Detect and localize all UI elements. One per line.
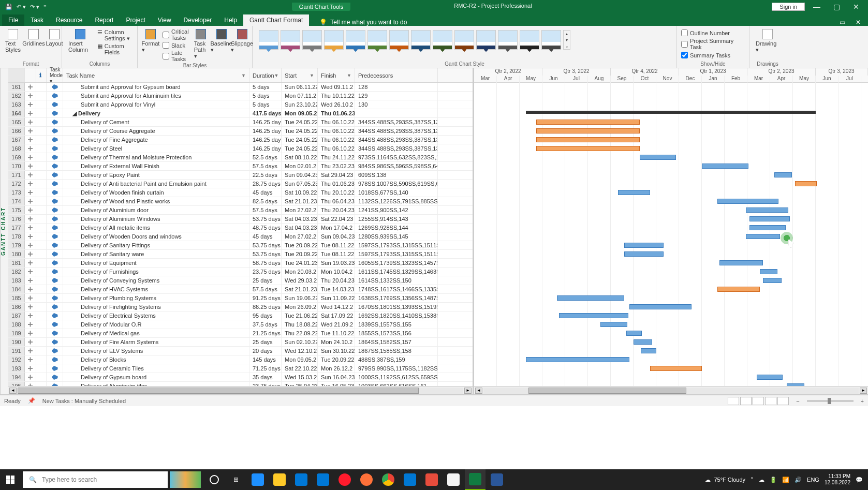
gantt-chart[interactable]: Qtr 2, 2022Qtr 3, 2022Qtr 4, 2022Qtr 1, … <box>474 68 868 394</box>
insert-column-button[interactable]: Insert Column <box>66 28 94 54</box>
qat-more-icon[interactable]: ⁼ <box>43 4 47 10</box>
gantt-bar[interactable] <box>536 146 640 151</box>
col-rownum[interactable] <box>8 68 25 82</box>
col-start[interactable]: Start▼ <box>282 68 318 82</box>
undo-icon[interactable]: ↶ ▾ <box>17 4 26 10</box>
minimize-icon[interactable]: — <box>809 3 825 11</box>
gantt-bar[interactable] <box>526 111 816 114</box>
table-row[interactable]: 173Delivery of Wooden finish curtain45 d… <box>8 188 473 197</box>
gantt-bar[interactable] <box>719 260 763 265</box>
gantt-hscroll[interactable]: ◄► <box>474 386 868 394</box>
project-icon[interactable] <box>465 469 486 490</box>
table-row[interactable]: 189Delivery of Medical gas21.25 daysThu … <box>8 329 473 338</box>
gantt-bar[interactable] <box>559 313 628 318</box>
style-swatch[interactable] <box>411 30 431 50</box>
style-swatch[interactable] <box>302 30 322 50</box>
outlook-icon[interactable] <box>400 469 420 490</box>
outline-number-check[interactable]: Outline Number <box>681 29 745 37</box>
table-row[interactable]: 165Delivery of Cement146.25 daysTue 24.0… <box>8 118 473 127</box>
gantt-bar[interactable] <box>624 243 664 248</box>
explorer-icon[interactable] <box>269 469 290 490</box>
table-row[interactable]: 179Delivery of Sanitary Fittings53.75 da… <box>8 241 473 250</box>
gantt-bar[interactable] <box>557 295 624 301</box>
col-task-mode[interactable]: Task Mode ▾ <box>47 68 63 82</box>
gantt-bar[interactable] <box>536 137 640 142</box>
onedrive-icon[interactable]: ☁ <box>759 477 764 483</box>
menu-tab-developer[interactable]: Developer <box>178 14 218 26</box>
window-close-icon[interactable]: ✕ <box>856 19 861 26</box>
gantt-bar[interactable] <box>702 164 748 169</box>
slack-check[interactable]: Slack <box>163 41 189 49</box>
table-row[interactable]: 180Delivery of Sanitary ware53.75 daysTu… <box>8 250 473 259</box>
style-swatch[interactable] <box>324 30 344 50</box>
news-widget[interactable] <box>170 471 201 488</box>
style-swatch[interactable] <box>454 30 474 50</box>
table-row[interactable]: 194Delivery of Gypsum board35 daysWed 15… <box>8 373 473 382</box>
wifi-icon[interactable]: 📶 <box>782 477 789 483</box>
redo-icon[interactable]: ↷ ▾ <box>30 4 39 10</box>
gantt-bar[interactable] <box>641 348 656 353</box>
volume-icon[interactable]: 🔊 <box>795 477 802 483</box>
gantt-bar[interactable] <box>717 287 760 292</box>
close-icon[interactable]: ✕ <box>848 3 864 11</box>
mail-icon[interactable] <box>313 469 333 490</box>
table-row[interactable]: 186Delivery of Firefighting Systems86.25… <box>8 303 473 311</box>
text-styles-button[interactable]: Text Styles <box>4 28 22 54</box>
style-swatch[interactable] <box>389 30 409 50</box>
table-row[interactable]: 185Delivery of Plumbing Systems91.25 day… <box>8 294 473 303</box>
gantt-bar[interactable] <box>618 190 650 195</box>
view-side-label[interactable]: GANTT CHART <box>0 68 8 394</box>
gantt-bar[interactable] <box>749 225 786 230</box>
table-row[interactable]: 183Delivery of Conveying Systems25 daysW… <box>8 276 473 285</box>
col-finish[interactable]: Finish▼ <box>318 68 355 82</box>
layout-button[interactable]: Layout <box>46 28 63 48</box>
table-row[interactable]: 175Delivery of Aluminium door57.5 daysMo… <box>8 206 473 215</box>
style-swatch[interactable] <box>367 30 387 50</box>
gantt-bar[interactable] <box>536 128 640 133</box>
col-task-name[interactable]: Task Name▼ <box>63 68 249 82</box>
gantt-bar[interactable] <box>629 304 692 309</box>
menu-tab-task[interactable]: Task <box>24 14 50 26</box>
style-swatch[interactable] <box>541 30 561 50</box>
table-row[interactable]: 188Delivery of Modular O.R37.5 daysThu 1… <box>8 320 473 329</box>
opera-icon[interactable] <box>334 469 355 490</box>
menu-tab-view[interactable]: View <box>152 14 178 26</box>
word-icon[interactable] <box>487 469 507 490</box>
app-red-icon[interactable] <box>421 469 442 490</box>
style-swatch[interactable] <box>498 30 518 50</box>
restore-icon[interactable]: ▢ <box>829 3 844 11</box>
table-hscroll[interactable]: ◄► <box>8 386 473 394</box>
drawing-button[interactable]: Drawing ▾ <box>754 28 782 54</box>
project-summary-check[interactable]: Project Summary Task <box>681 37 745 51</box>
col-predecessors[interactable]: Predecessors <box>355 68 438 82</box>
table-row[interactable]: 192Delivery of Blocks145 daysMon 09.05.2… <box>8 355 473 364</box>
chrome-icon[interactable] <box>378 469 399 490</box>
gantt-style-gallery[interactable]: ▴▾⌄ <box>257 28 672 52</box>
table-row[interactable]: 166Delivery of Course Aggregate146.25 da… <box>8 127 473 136</box>
col-duration[interactable]: Duration▼ <box>249 68 282 82</box>
view-shortcuts[interactable] <box>728 397 789 405</box>
weather-widget[interactable]: ☁75°F Cloudy <box>705 477 745 483</box>
table-row[interactable]: 161Submit and Approval for Gypsum board5… <box>8 83 473 92</box>
task-path-button[interactable]: Task Path ▾ <box>192 28 210 61</box>
table-row[interactable]: 177Delivery of All metalic items48.75 da… <box>8 224 473 232</box>
gantt-bar[interactable] <box>760 269 777 274</box>
column-settings-button[interactable]: ☰Column Settings ▾ <box>97 29 133 42</box>
table-row[interactable]: 184Delivery of HVAC Systems57.5 daysSat … <box>8 285 473 294</box>
clock[interactable]: 11:33 PM 12.08.2022 <box>825 473 850 486</box>
baseline-button[interactable]: Baseline ▾ <box>213 28 230 54</box>
custom-fields-button[interactable]: ▦Custom Fields <box>97 43 133 55</box>
table-row[interactable]: 164◢ Delivery417.5 daysMon 09.05.2Thu 01… <box>8 109 473 118</box>
table-row[interactable]: 168Delivery of Steel146.25 daysTue 24.05… <box>8 144 473 153</box>
cortana-icon[interactable] <box>204 469 225 490</box>
menu-tab-report[interactable]: Report <box>89 14 120 26</box>
menu-tab-resource[interactable]: Resource <box>50 14 89 26</box>
gantt-bar[interactable] <box>763 278 782 283</box>
col-indicator[interactable] <box>25 68 36 82</box>
table-row[interactable]: 190Delivery of Fire Alarm Systems25 days… <box>8 338 473 347</box>
ribbon-display-icon[interactable]: ▭ <box>840 19 845 26</box>
style-swatch[interactable] <box>346 30 365 50</box>
gridlines-button[interactable]: Gridlines <box>25 28 42 48</box>
gantt-bar[interactable] <box>746 234 780 239</box>
gantt-bar[interactable] <box>640 155 676 160</box>
